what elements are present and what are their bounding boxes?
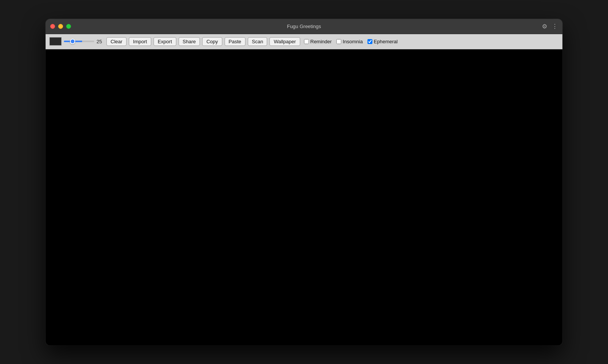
size-slider[interactable] <box>64 41 94 42</box>
insomnia-checkbox[interactable] <box>336 39 341 44</box>
color-swatch[interactable] <box>49 37 62 46</box>
toolbar: 25 Clear Import Export Share Copy Paste … <box>46 34 562 49</box>
ephemeral-checkbox[interactable] <box>367 39 372 44</box>
export-button[interactable]: Export <box>154 37 176 46</box>
slider-container: 25 <box>64 39 104 44</box>
titlebar: Fugu Greetings ⚙ ⋮ <box>46 19 562 34</box>
reminder-text: Reminder <box>310 39 332 44</box>
canvas-area[interactable] <box>46 49 562 345</box>
window-title: Fugu Greetings <box>287 24 321 29</box>
insomnia-label[interactable]: Insomnia <box>336 39 363 44</box>
scan-button[interactable]: Scan <box>248 37 268 46</box>
share-button[interactable]: Share <box>179 37 200 46</box>
copy-button[interactable]: Copy <box>202 37 222 46</box>
menu-icon[interactable]: ⋮ <box>552 23 558 30</box>
wallpaper-button[interactable]: Wallpaper <box>269 37 300 46</box>
extensions-icon[interactable]: ⚙ <box>542 23 547 30</box>
slider-value: 25 <box>97 39 104 44</box>
minimize-button[interactable] <box>58 24 63 29</box>
reminder-checkbox[interactable] <box>304 39 309 44</box>
traffic-lights <box>50 24 71 29</box>
insomnia-text: Insomnia <box>343 39 363 44</box>
ephemeral-text: Ephemeral <box>374 39 398 44</box>
close-button[interactable] <box>50 24 55 29</box>
app-window: Fugu Greetings ⚙ ⋮ 25 Clear Import Expor… <box>46 19 562 345</box>
reminder-label[interactable]: Reminder <box>304 39 332 44</box>
import-button[interactable]: Import <box>129 37 151 46</box>
maximize-button[interactable] <box>66 24 71 29</box>
paste-button[interactable]: Paste <box>225 37 245 46</box>
ephemeral-label[interactable]: Ephemeral <box>367 39 398 44</box>
titlebar-actions: ⚙ ⋮ <box>542 23 558 30</box>
clear-button[interactable]: Clear <box>106 37 127 46</box>
checkbox-group: Reminder Insomnia Ephemeral <box>304 39 398 44</box>
